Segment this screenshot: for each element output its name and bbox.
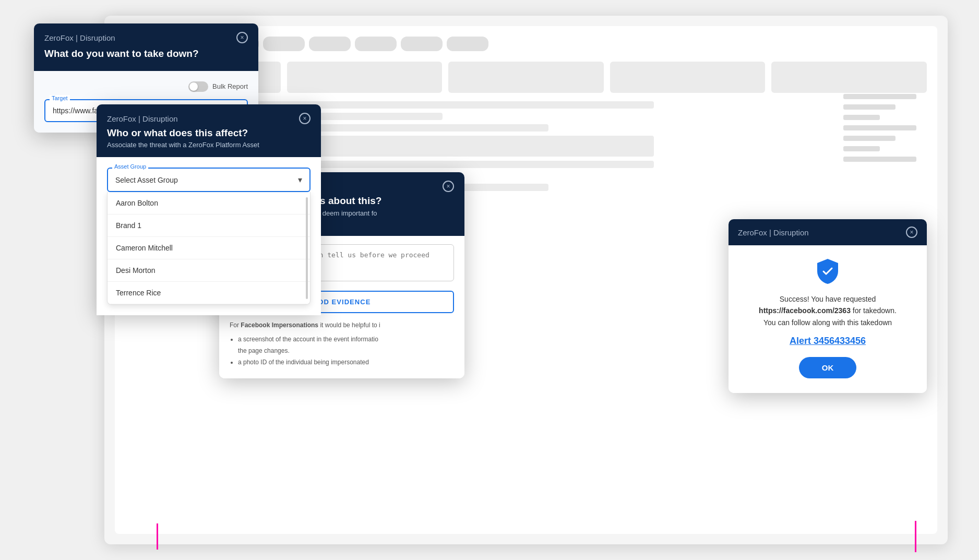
alert-link[interactable]: Alert 3456433456 <box>743 336 912 347</box>
success-modal: ZeroFox | Disruption × Success! You have… <box>729 219 927 393</box>
dropdown-item-aaron[interactable]: Aaron Bolton <box>108 192 310 215</box>
asset-group-select[interactable]: Select Asset Group ▾ <box>107 168 311 192</box>
dropdown-item-brand1[interactable]: Brand 1 <box>108 215 310 237</box>
affect-modal: ZeroFox | Disruption × Who or what does … <box>97 104 321 315</box>
success-modal-title: ZeroFox | Disruption <box>738 228 809 237</box>
success-modal-close[interactable]: × <box>906 227 917 238</box>
evidence-bullet-1: a screenshot of the account in the event… <box>238 334 454 356</box>
takedown-modal-close[interactable]: × <box>236 32 248 43</box>
takedown-question: What do you want to take down? <box>44 47 199 61</box>
pink-accent-right <box>915 521 916 552</box>
success-modal-header: ZeroFox | Disruption × <box>729 219 927 245</box>
bulk-report-label: Bulk Report <box>212 82 248 90</box>
affect-question: Who or what does this affect? <box>107 127 248 139</box>
target-float-label: Target <box>50 95 70 101</box>
affect-modal-close[interactable]: × <box>299 113 311 124</box>
ok-button[interactable]: OK <box>799 357 857 378</box>
affect-subtitle: Associate the threat with a ZeroFox Plat… <box>107 141 259 149</box>
tell-us-modal-close[interactable]: × <box>443 181 454 192</box>
evidence-info-text: For Facebook Impersonations it would be … <box>230 320 454 330</box>
dropdown-item-cameron[interactable]: Cameron Mitchell <box>108 237 310 259</box>
dropdown-item-desi[interactable]: Desi Morton <box>108 259 310 282</box>
affect-modal-title: ZeroFox | Disruption <box>107 114 178 123</box>
evidence-bullet-2: a photo ID of the individual being imper… <box>238 357 454 368</box>
dropdown-arrow-icon: ▾ <box>298 175 302 185</box>
asset-group-float-label: Asset Group <box>112 163 148 170</box>
shield-check-icon <box>814 258 841 285</box>
evidence-bullets-list: a screenshot of the account in the event… <box>230 334 454 368</box>
takedown-modal-header: ZeroFox | Disruption × What do you want … <box>34 23 258 71</box>
pink-accent-left <box>157 523 158 550</box>
takedown-modal-title: ZeroFox | Disruption <box>44 33 115 42</box>
dropdown-scrollbar <box>306 197 308 299</box>
affect-modal-header: ZeroFox | Disruption × Who or what does … <box>97 104 321 157</box>
asset-group-dropdown: Aaron Bolton Brand 1 Cameron Mitchell De… <box>107 192 311 305</box>
success-text: Success! You have requested https://face… <box>743 293 912 328</box>
asset-group-wrapper: Asset Group Select Asset Group ▾ Aaron B… <box>107 168 311 305</box>
dropdown-item-terrence[interactable]: Terrence Rice <box>108 282 310 304</box>
bulk-report-toggle[interactable] <box>188 81 208 92</box>
asset-group-placeholder: Select Asset Group <box>115 176 178 184</box>
